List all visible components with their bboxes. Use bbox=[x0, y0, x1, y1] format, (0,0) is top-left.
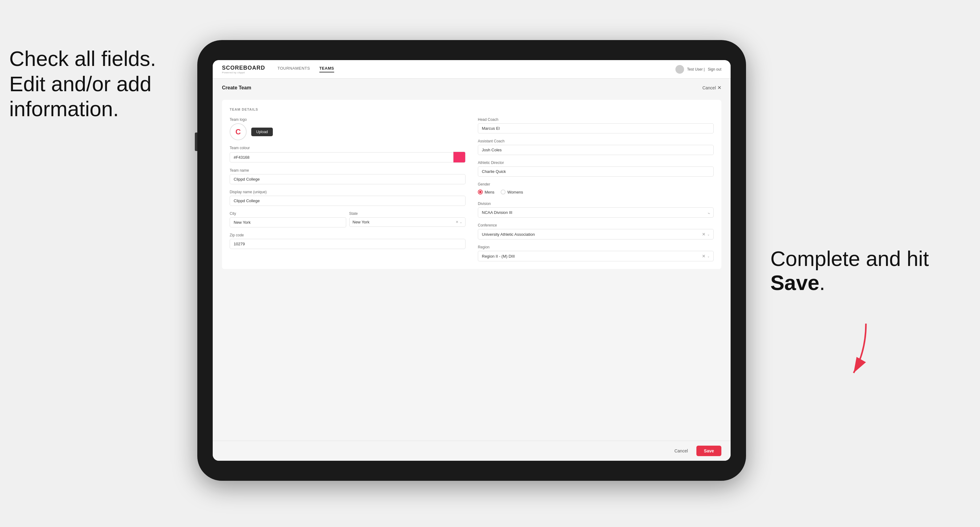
team-name-group: Team name bbox=[230, 168, 466, 184]
state-label: State bbox=[349, 211, 466, 216]
state-value: New York bbox=[353, 220, 456, 224]
form-card: TEAM DETAILS Team logo C Upload bbox=[222, 100, 721, 269]
conference-clear-icon[interactable]: ✕ bbox=[702, 232, 706, 237]
form-grid: Team logo C Upload Team colour bbox=[230, 117, 714, 261]
colour-swatch[interactable] bbox=[453, 152, 466, 163]
conference-group: Conference University Athletic Associati… bbox=[478, 223, 714, 240]
form-right-col: Head Coach Assistant Coach Athletic Dire… bbox=[478, 117, 714, 261]
city-label: City bbox=[230, 211, 346, 216]
team-name-label: Team name bbox=[230, 168, 466, 173]
cancel-x-button[interactable]: Cancel ✕ bbox=[702, 85, 721, 90]
gender-radio-group: Mens Womens bbox=[478, 188, 714, 196]
team-logo-group: Team logo C Upload bbox=[230, 117, 466, 140]
region-select[interactable]: Region II - (M) DIII ✕ ⌄ bbox=[478, 251, 714, 261]
gender-mens-option[interactable]: Mens bbox=[478, 189, 495, 194]
nav-links: TOURNAMENTS TEAMS bbox=[277, 66, 675, 72]
gender-womens-label: Womens bbox=[508, 190, 523, 194]
region-clear-icon[interactable]: ✕ bbox=[702, 254, 706, 259]
nav-teams[interactable]: TEAMS bbox=[319, 66, 334, 72]
city-group: City bbox=[230, 211, 346, 227]
city-state-inner: City State New York ✕ ⌄ bbox=[230, 211, 466, 227]
division-arrow-icon: ⌄ bbox=[707, 211, 710, 214]
state-arrow-icon: ⌄ bbox=[460, 221, 462, 224]
conference-select[interactable]: University Athletic Association ✕ ⌄ bbox=[478, 229, 714, 240]
athletic-director-label: Athletic Director bbox=[478, 160, 714, 165]
assistant-coach-group: Assistant Coach bbox=[478, 139, 714, 155]
region-value: Region II - (M) DIII bbox=[482, 254, 702, 259]
complete-text-end: . bbox=[819, 271, 825, 294]
assistant-coach-input[interactable] bbox=[478, 145, 714, 155]
display-name-label: Display name (unique) bbox=[230, 190, 466, 194]
region-group: Region Region II - (M) DIII ✕ ⌄ bbox=[478, 245, 714, 261]
zip-input[interactable] bbox=[230, 239, 466, 249]
logo-sub-text: Powered by clippd bbox=[222, 71, 265, 74]
logo-section: C Upload bbox=[230, 123, 466, 140]
complete-text-part1: Complete and hit bbox=[770, 247, 929, 270]
gender-womens-option[interactable]: Womens bbox=[501, 189, 523, 194]
user-avatar bbox=[675, 65, 684, 74]
gender-mens-radio[interactable] bbox=[478, 189, 483, 194]
navbar: SCOREBOARD Powered by clippd TOURNAMENTS… bbox=[213, 60, 730, 79]
page-title: Create Team bbox=[222, 85, 251, 90]
zip-group: Zip code bbox=[230, 233, 466, 249]
create-team-header: Create Team Cancel ✕ bbox=[222, 85, 721, 90]
athletic-director-input[interactable] bbox=[478, 167, 714, 176]
form-footer: Cancel Save bbox=[213, 441, 730, 461]
division-value: NCAA Division III bbox=[482, 210, 707, 215]
city-input[interactable] bbox=[230, 217, 346, 227]
gender-womens-radio[interactable] bbox=[501, 189, 506, 194]
complete-text-bold: Save bbox=[770, 271, 819, 294]
conference-label: Conference bbox=[478, 223, 714, 227]
region-arrow-icon: ⌄ bbox=[707, 254, 710, 258]
instruction-right: Complete and hit Save. bbox=[770, 246, 955, 295]
gender-mens-label: Mens bbox=[485, 190, 495, 194]
division-select-wrapper: NCAA Division III ⌄ bbox=[478, 207, 714, 217]
head-coach-group: Head Coach bbox=[478, 117, 714, 133]
tablet-side-button bbox=[195, 133, 197, 151]
navbar-user-section: Test User | Sign out bbox=[675, 65, 721, 74]
conference-value: University Athletic Association bbox=[482, 232, 702, 237]
city-state-group: City State New York ✕ ⌄ bbox=[230, 211, 466, 227]
cancel-button[interactable]: Cancel bbox=[670, 446, 693, 456]
team-colour-label: Team colour bbox=[230, 146, 466, 150]
logo-letter: C bbox=[235, 128, 241, 136]
division-group: Division NCAA Division III ⌄ bbox=[478, 202, 714, 217]
logo-circle: C bbox=[230, 123, 247, 140]
instruction-left: Check all fields. Edit and/or add inform… bbox=[9, 46, 188, 122]
division-label: Division bbox=[478, 202, 714, 206]
state-group: State New York ✕ ⌄ bbox=[349, 211, 466, 227]
gender-group: Gender Mens Womens bbox=[478, 182, 714, 196]
state-select-wrapper[interactable]: New York ✕ ⌄ bbox=[349, 217, 466, 227]
colour-input-group bbox=[230, 152, 466, 163]
tablet-screen: SCOREBOARD Powered by clippd TOURNAMENTS… bbox=[213, 60, 730, 461]
upload-button[interactable]: Upload bbox=[251, 128, 273, 136]
head-coach-label: Head Coach bbox=[478, 117, 714, 122]
state-clear-icon[interactable]: ✕ bbox=[456, 220, 458, 224]
division-select[interactable]: NCAA Division III ⌄ bbox=[478, 207, 714, 217]
cancel-label: Cancel bbox=[702, 86, 716, 90]
nav-tournaments[interactable]: TOURNAMENTS bbox=[277, 66, 310, 72]
team-colour-group: Team colour bbox=[230, 146, 466, 163]
close-icon: ✕ bbox=[718, 85, 721, 90]
app-logo: SCOREBOARD Powered by clippd bbox=[222, 65, 265, 74]
display-name-group: Display name (unique) bbox=[230, 190, 466, 206]
tablet-frame: SCOREBOARD Powered by clippd TOURNAMENTS… bbox=[197, 40, 746, 481]
sign-out-link[interactable]: Sign out bbox=[708, 67, 721, 71]
team-logo-label: Team logo bbox=[230, 117, 466, 122]
region-label: Region bbox=[478, 245, 714, 249]
display-name-input[interactable] bbox=[230, 196, 466, 206]
form-left-col: Team logo C Upload Team colour bbox=[230, 117, 466, 261]
athletic-director-group: Athletic Director bbox=[478, 160, 714, 176]
head-coach-input[interactable] bbox=[478, 123, 714, 133]
section-label: TEAM DETAILS bbox=[230, 108, 714, 111]
arrow-right-icon bbox=[835, 321, 897, 382]
conference-arrow-icon: ⌄ bbox=[707, 233, 710, 236]
save-button[interactable]: Save bbox=[697, 446, 721, 456]
instruction-left-text: Check all fields. Edit and/or add inform… bbox=[9, 47, 156, 121]
user-name: Test User | bbox=[687, 67, 705, 71]
colour-text-input[interactable] bbox=[230, 152, 453, 162]
logo-main-text: SCOREBOARD bbox=[222, 65, 265, 71]
team-name-input[interactable] bbox=[230, 174, 466, 184]
zip-label: Zip code bbox=[230, 233, 466, 237]
gender-label: Gender bbox=[478, 182, 714, 186]
